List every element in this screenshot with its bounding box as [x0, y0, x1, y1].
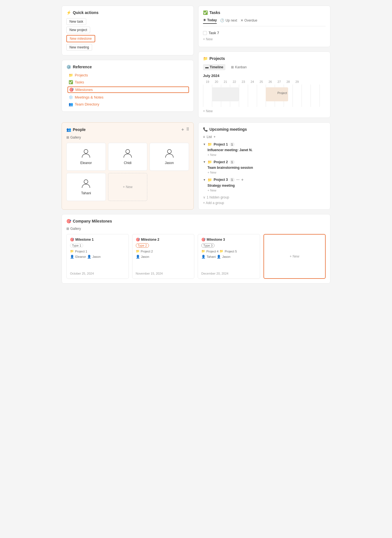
milestone-card-3[interactable]: 🎯 Milestone 3 Type 3 📁 Project 4 📁 Proje…	[198, 234, 260, 279]
person-card-chidi[interactable]: Chidi	[108, 143, 148, 171]
gallery-icon: ⊞	[66, 135, 69, 139]
new-person-button[interactable]: + New	[108, 173, 148, 201]
person-card-jason[interactable]: Jason	[150, 143, 189, 171]
milestones-target-icon: 🎯	[66, 219, 71, 223]
milestone-1-title: 🎯 Milestone 1	[70, 238, 125, 242]
meeting-item-2: Team brainstorming session	[203, 165, 326, 170]
target-icon: 🎯	[69, 88, 74, 92]
quick-actions-card: ⚡ Quick actions New task New project New…	[62, 6, 194, 55]
reference-card: ⚙️ Reference 📁 Projects ✅ Tasks 🎯 Milest…	[62, 60, 194, 112]
ref-link-team-directory[interactable]: 👥 Team Directory	[67, 102, 189, 107]
new-project-row-button[interactable]: + New	[203, 109, 326, 113]
milestone-3-title: 🎯 Milestone 3	[201, 238, 256, 242]
assignee-icon-2a: 👤	[136, 255, 140, 259]
quick-actions-buttons: New task New project New milestone New m…	[66, 18, 189, 51]
meetings-card: 📞 Upcoming meetings ≡ List + ▼ 📁 Project…	[198, 122, 330, 210]
meetings-add-icon[interactable]: +	[214, 135, 216, 139]
milestone-3-type: Type 3	[201, 243, 256, 248]
tasks-card: ✅ Tasks ☀ Today 🕐 Up next ✕ Overdue	[198, 6, 330, 47]
bolt-icon: ⚡	[66, 10, 71, 15]
ref-link-tasks[interactable]: ✅ Tasks	[67, 79, 189, 85]
tab-today[interactable]: ☀ Today	[203, 18, 217, 24]
meetings-group-3: ▼ 📁 Project 3 1 ··· + Strategy meeting +…	[203, 177, 326, 192]
group-3-dots[interactable]: ···	[236, 177, 240, 182]
tab-overdue[interactable]: ✕ Overdue	[241, 18, 257, 24]
ref-link-projects[interactable]: 📁 Projects	[67, 72, 189, 78]
new-meeting-button[interactable]: New meeting	[66, 44, 92, 51]
people-title: 👥 People + ⠿	[66, 127, 189, 132]
svg-point-1	[126, 149, 130, 153]
tasks-check-icon: ✅	[203, 10, 208, 15]
gallery-view-toggle[interactable]: ⊞ Gallery	[66, 135, 189, 139]
phone-icon: 📞	[203, 127, 208, 132]
milestone-3-date: December 20, 2024	[201, 272, 256, 275]
checkmark-icon: ✅	[69, 80, 73, 84]
triangle-icon-2: ▼	[203, 160, 206, 163]
new-task-button[interactable]: New task	[66, 18, 86, 25]
milestones-gallery-toggle[interactable]: ⊞ Gallery	[66, 227, 326, 231]
add-person-icon[interactable]: +	[181, 127, 184, 132]
tab-up-next[interactable]: 🕐 Up next	[220, 18, 237, 24]
milestone-2-date: November 15, 2024	[136, 272, 191, 275]
folder-icon-3: 📁	[207, 178, 212, 182]
triangle-icon-3: ▼	[203, 178, 206, 181]
task-checkbox[interactable]	[203, 31, 207, 35]
x-icon: ✕	[241, 18, 243, 22]
ref-link-meetings[interactable]: ❄️ Meetings & Notes	[67, 95, 189, 100]
milestone-3-target-icon: 🎯	[201, 238, 206, 242]
meetings-list-header: ≡ List +	[203, 135, 326, 139]
meeting-new-btn-2[interactable]: + New	[203, 171, 326, 174]
add-group-button[interactable]: + Add a group	[203, 201, 326, 205]
milestones-gallery: 🎯 Milestone 1 Type 1 📁 Project 1 👤 Elean…	[66, 234, 326, 279]
tab-timeline[interactable]: ▬ Timeline	[203, 64, 225, 70]
timeline-month: July 2024	[203, 74, 326, 78]
folder-icon: 📁	[69, 73, 73, 77]
meetings-group-3-header: ▼ 📁 Project 3 1 ··· +	[203, 177, 326, 182]
milestone-3-folder-icon-a: 📁	[201, 249, 205, 253]
new-milestone-button[interactable]: New milestone	[66, 35, 95, 42]
milestone-card-1[interactable]: 🎯 Milestone 1 Type 1 📁 Project 1 👤 Elean…	[66, 234, 129, 279]
new-task-row-button[interactable]: + New	[203, 36, 326, 42]
projects-title: 📁 Projects	[203, 56, 326, 61]
hidden-group-toggle[interactable]: ∨ 1 hidden group	[203, 195, 326, 199]
folder-icon-1: 📁	[207, 142, 212, 146]
milestone-2-folder-icon: 📁	[136, 249, 140, 253]
person-name-tahani: Tahani	[81, 191, 91, 195]
tab-kanban[interactable]: ⊞ Kanban	[229, 64, 249, 70]
meetings-group-1: ▼ 📁 Project 1 1 Influencer meeting: Jane…	[203, 142, 326, 156]
timeline-body: Project	[203, 85, 326, 107]
person-card-tahani[interactable]: Tahani	[66, 173, 106, 201]
meeting-item-1: Influencer meeting: Janet N.	[203, 148, 326, 153]
group-3-plus[interactable]: +	[241, 177, 243, 182]
person-card-eleanor[interactable]: Eleanor	[66, 143, 106, 171]
milestone-2-project: 📁 Project 2	[136, 249, 191, 253]
list-icon: ≡	[203, 135, 205, 139]
timeline-bar-1	[212, 87, 239, 101]
triangle-icon-1: ▼	[203, 143, 206, 146]
person-avatar-eleanor	[80, 148, 92, 159]
project-tabs: ▬ Timeline ⊞ Kanban	[203, 64, 326, 70]
milestones-gallery-icon: ⊞	[66, 227, 69, 231]
folder-icon-2: 📁	[207, 160, 212, 164]
new-milestone-card[interactable]: + New	[263, 234, 326, 279]
person-name-jason: Jason	[165, 161, 174, 165]
milestone-1-type: Type 1	[70, 243, 125, 248]
snowflake-icon: ❄️	[69, 95, 73, 99]
ref-link-milestones[interactable]: 🎯 Milestones	[67, 86, 189, 93]
timeline-dates: 19 20 21 22 23 24 25 26 27 28 29	[203, 80, 326, 83]
meeting-new-btn-1[interactable]: + New	[203, 153, 326, 156]
new-project-button[interactable]: New project	[66, 27, 90, 33]
sun-icon: ☀	[203, 18, 206, 22]
milestone-2-title: 🎯 Milestone 2	[136, 238, 191, 242]
meeting-new-btn-3[interactable]: + New	[203, 189, 326, 192]
person-name-chidi: Chidi	[124, 161, 131, 165]
people-icon: 👥	[69, 102, 73, 106]
people-card: 👥 People + ⠿ ⊞ Gallery Eleanor	[62, 122, 194, 210]
milestone-1-folder-icon: 📁	[70, 249, 74, 253]
gear-icon: ⚙️	[66, 65, 71, 69]
milestone-card-2[interactable]: 🎯 Milestone 2 Type 2 📁 Project 2 👤 Jason…	[132, 234, 195, 279]
milestone-1-project: 📁 Project 1	[70, 249, 125, 253]
kanban-icon: ⊞	[231, 65, 234, 69]
svg-point-2	[167, 149, 171, 153]
milestone-1-assignees: 👤 Eleanor 👤 Jason	[70, 255, 125, 259]
